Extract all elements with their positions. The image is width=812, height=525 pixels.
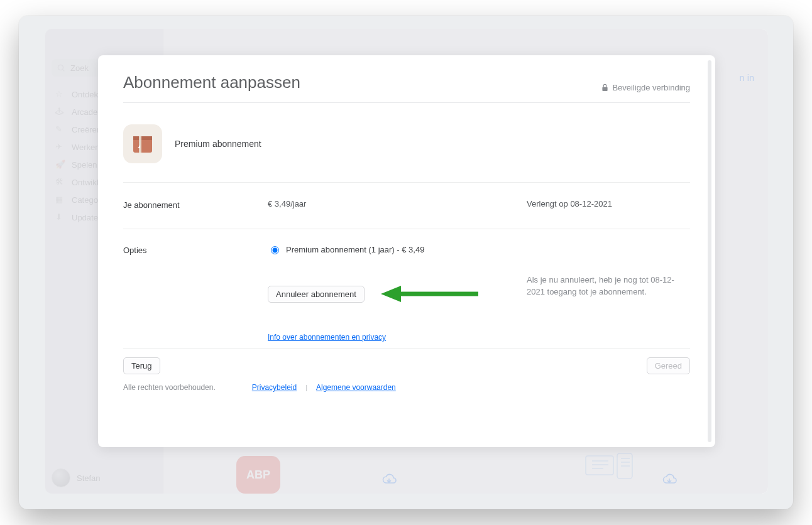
lock-icon: [601, 84, 608, 92]
svg-marker-15: [381, 286, 401, 302]
subscription-renewal: Verlengt op 08-12-2021: [527, 199, 690, 208]
back-button[interactable]: Terug: [123, 357, 160, 374]
subscription-modal: Abonnement aanpassen Beveiligde verbindi…: [98, 55, 715, 447]
scrollbar[interactable]: [708, 60, 711, 442]
subscription-price: € 3,49/jaar: [268, 199, 520, 208]
plan-option[interactable]: Premium abonnement (1 jaar) - € 3,49: [268, 244, 520, 254]
svg-rect-10: [603, 87, 608, 91]
options-section-label: Opties: [123, 244, 261, 255]
cancel-note: Als je nu annuleert, heb je nog tot 08-1…: [527, 274, 690, 298]
secure-label: Beveiligde verbinding: [612, 83, 690, 92]
subscription-section-label: Je abonnement: [123, 199, 261, 210]
secure-connection: Beveiligde verbinding: [601, 83, 690, 92]
modal-title: Abonnement aanpassen: [123, 73, 300, 92]
done-button[interactable]: Gereed: [647, 357, 690, 374]
app-window: ☆Ontdek 🕹Arcade ✎Creëren ✈Werken 🚀Spelen…: [45, 29, 768, 494]
svg-rect-13: [139, 136, 141, 153]
terms-link[interactable]: Algemene voorwaarden: [316, 383, 396, 392]
plan-radio[interactable]: [271, 246, 279, 254]
svg-rect-12: [133, 136, 152, 140]
cancel-subscription-button[interactable]: Annuleer abonnement: [268, 286, 365, 303]
separator: |: [305, 384, 307, 391]
privacy-policy-link[interactable]: Privacybeleid: [252, 383, 297, 392]
annotation-arrow-icon: [381, 284, 481, 303]
product-name: Premium abonnement: [175, 139, 261, 149]
subscription-privacy-link[interactable]: Info over abonnementen en privacy: [268, 333, 386, 342]
product-icon: [123, 124, 162, 163]
plan-option-label: Premium abonnement (1 jaar) - € 3,49: [286, 245, 424, 254]
rights-text: Alle rechten voorbehouden.: [123, 383, 216, 392]
